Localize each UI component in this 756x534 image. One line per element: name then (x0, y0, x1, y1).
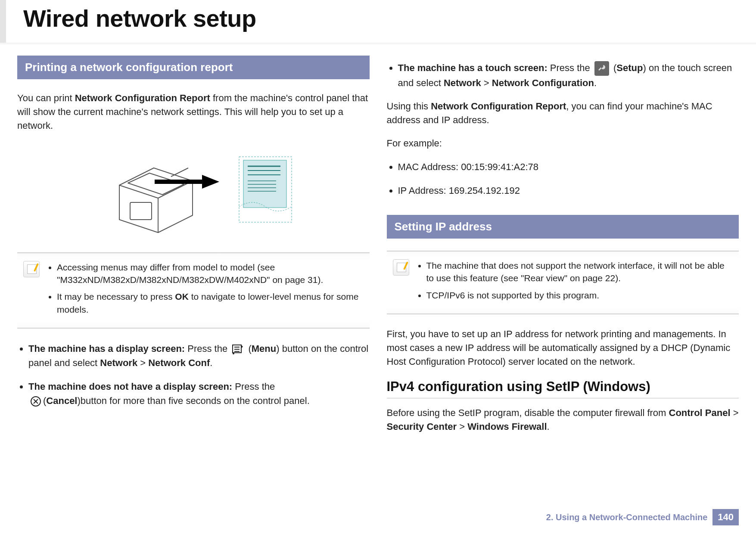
note-item-interface: The machine that does not support the ne… (426, 259, 731, 285)
section-heading-setting-ip: Setting IP address (387, 215, 739, 239)
header-divider (0, 43, 756, 45)
svg-point-14 (233, 353, 234, 354)
intro-prefix: You can print (17, 93, 75, 103)
bullet1-period: . (210, 357, 212, 368)
bullet1-path2: Network Conf (148, 357, 210, 368)
bullet1-lead: The machine has a display screen: (28, 343, 185, 354)
using-term: Network Configuration Report (431, 101, 566, 112)
setup-label: Setup (616, 62, 643, 73)
before-gt1: > (731, 407, 739, 418)
svg-rect-0 (130, 202, 152, 220)
right-column: The machine has a touch screen: Press th… (387, 56, 739, 443)
note-item-models: Accessing menus may differ from model to… (57, 261, 361, 286)
example-list: MAC Address: 00:15:99:41:A2:78 IP Addres… (387, 160, 739, 198)
svg-rect-2 (243, 160, 286, 208)
before-p1: Control Panel (669, 407, 731, 418)
note-pencil-icon (393, 259, 409, 276)
bullet1-path1: Network (100, 357, 137, 368)
bullet3-text-a: Press the (548, 62, 593, 73)
footer-chapter: 2. Using a Network-Connected Machine (546, 512, 708, 522)
first-paragraph: First, you have to set up an IP address … (387, 327, 739, 369)
bullet3-lead: The machine has a touch screen: (398, 62, 548, 73)
note-pencil-icon (23, 261, 40, 277)
cancel-icon (30, 396, 41, 407)
left-column: Printing a network configuration report … (17, 56, 370, 443)
page-footer: 2. Using a Network-Connected Machine 140 (546, 509, 739, 525)
bullet3-period: . (594, 78, 597, 88)
before-p3: Windows Firewall (467, 421, 547, 432)
content-columns: Printing a network configuration report … (0, 56, 756, 443)
machine-type-list-cont: The machine has a touch screen: Press th… (387, 61, 739, 90)
note-item-ok: It may be necessary to press OK to navig… (57, 290, 361, 316)
bullet3-path2: Network Configuration (492, 78, 594, 88)
note-box-menus: Accessing menus may differ from model to… (17, 252, 370, 329)
note-list: Accessing menus may differ from model to… (47, 261, 361, 320)
bullet2-text-a: Press the (232, 381, 275, 392)
bullet3-path1: Network (444, 78, 481, 88)
report-page-illustration (237, 155, 293, 224)
note-list-ip: The machine that does not support the ne… (417, 259, 731, 306)
menu-icon (232, 344, 244, 354)
before-paragraph: Before using the SetIP program, disable … (387, 406, 739, 434)
machine-type-list: The machine has a display screen: Press … (17, 342, 370, 408)
page-title: Wired network setup (23, 4, 739, 32)
ip-address-line: IP Address: 169.254.192.192 (398, 183, 739, 198)
bullet1-text-a: Press the (185, 343, 230, 354)
intro-paragraph: You can print Network Configuration Repo… (17, 91, 370, 133)
mac-address-line: MAC Address: 00:15:99:41:A2:78 (398, 160, 739, 174)
illustration-row (30, 142, 370, 237)
subheading-ipv4-setip: IPv4 configuration using SetIP (Windows) (387, 379, 739, 398)
intro-term: Network Configuration Report (75, 93, 210, 103)
cancel-label: Cancel (46, 395, 77, 406)
before-gt2: > (457, 421, 467, 432)
bullet-display-screen: The machine has a display screen: Press … (28, 342, 370, 370)
using-paragraph: Using this Network Configuration Report,… (387, 99, 739, 127)
before-period: . (547, 421, 550, 432)
setup-wrench-icon (594, 61, 609, 76)
bullet2-text-b: )button for more than five seconds on th… (77, 395, 309, 406)
before-p2: Security Center (387, 421, 457, 432)
menu-label: Menu (252, 343, 276, 354)
bullet-touch-screen: The machine has a touch screen: Press th… (398, 61, 739, 90)
for-example-label: For example: (387, 137, 739, 150)
bullet2-lead: The machine does not have a display scre… (28, 381, 232, 392)
before-prefix: Before using the SetIP program, disable … (387, 407, 669, 418)
using-prefix: Using this (387, 101, 431, 112)
note2-prefix: It may be necessary to press (57, 292, 175, 301)
bullet-no-display-screen: The machine does not have a display scre… (28, 379, 370, 408)
footer-page-number: 140 (712, 509, 739, 525)
arrow-icon (211, 184, 241, 195)
section-heading-print-report: Printing a network configuration report (17, 56, 370, 79)
page-header: Wired network setup (0, 0, 756, 43)
note2-ok: OK (175, 292, 189, 301)
note-box-ip: The machine that does not support the ne… (387, 251, 739, 314)
bullet1-gt1: > (137, 357, 148, 368)
bullet3-gt1: > (481, 78, 492, 88)
note-item-ipv6: TCP/IPv6 is not supported by this progra… (426, 289, 731, 301)
